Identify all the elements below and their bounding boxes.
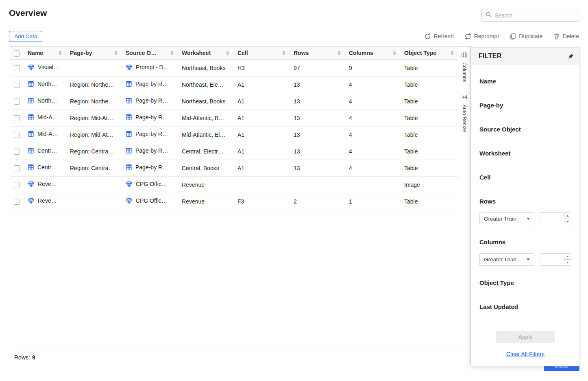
rows-value-input[interactable] bbox=[540, 213, 564, 225]
column-header-cell[interactable]: Cell bbox=[233, 47, 290, 59]
sort-icon[interactable] bbox=[451, 50, 454, 55]
table-row[interactable]: Reve… CPG Offic… Revenue Image bbox=[10, 176, 458, 193]
spin-up-icon[interactable] bbox=[564, 213, 571, 219]
table-row[interactable]: North… Region: Northe… Page-by R… Northe… bbox=[10, 93, 458, 109]
apply-button[interactable]: Apply bbox=[496, 331, 555, 343]
row-columns: 4 bbox=[349, 131, 352, 138]
duplicate-icon bbox=[510, 33, 516, 39]
dataset-icon bbox=[126, 81, 132, 87]
search-input[interactable] bbox=[494, 12, 575, 19]
filter-field-object-type[interactable]: Object Type bbox=[479, 279, 571, 286]
filter-field-cell[interactable]: Cell bbox=[479, 174, 571, 181]
visualization-icon bbox=[28, 181, 35, 188]
table-row[interactable]: Reve… CPG Offic… Revenue F3 2 1 Table bbox=[10, 193, 458, 210]
row-columns: 4 bbox=[349, 165, 352, 171]
dataset-icon bbox=[28, 114, 34, 120]
row-worksheet: Mid-Atlantic, B… bbox=[182, 115, 224, 121]
dataset-icon bbox=[126, 97, 132, 104]
spin-up-icon[interactable] bbox=[564, 254, 571, 260]
column-header-worksheet[interactable]: Worksheet bbox=[178, 47, 233, 59]
select-all-checkbox[interactable] bbox=[14, 50, 20, 57]
filter-field-name[interactable]: Name bbox=[479, 78, 571, 85]
search-box[interactable] bbox=[481, 9, 579, 22]
filter-field-columns[interactable]: Columns bbox=[479, 239, 571, 245]
auto-resize-button[interactable]: Auto Resize bbox=[462, 94, 467, 132]
sort-icon[interactable] bbox=[338, 50, 341, 55]
filter-field-last-updated[interactable]: Last Updated bbox=[479, 303, 571, 310]
row-rows: 97 bbox=[294, 65, 300, 71]
row-checkbox[interactable] bbox=[14, 132, 20, 138]
column-header-name[interactable]: Name bbox=[24, 47, 66, 59]
row-checkbox[interactable] bbox=[14, 165, 20, 171]
spin-down-icon[interactable] bbox=[564, 260, 571, 265]
row-cell: A1 bbox=[237, 98, 244, 105]
row-source-object: Prompt - D… bbox=[136, 64, 169, 70]
row-checkbox[interactable] bbox=[14, 149, 20, 155]
row-worksheet: Northeast, Books bbox=[182, 98, 225, 105]
row-checkbox[interactable] bbox=[14, 82, 20, 88]
delete-button[interactable]: Delete bbox=[553, 33, 579, 39]
table-row[interactable]: Mid-A… Region: Mid-At… Page-by R… Mid-At… bbox=[10, 126, 458, 143]
row-checkbox[interactable] bbox=[14, 65, 20, 71]
table-row[interactable]: Visual… Prompt - D… Northeast, Books H3 … bbox=[10, 59, 458, 76]
chevron-down-icon bbox=[527, 258, 530, 261]
chevron-down-icon bbox=[527, 218, 530, 220]
row-object-type: Table bbox=[404, 148, 418, 155]
sort-icon[interactable] bbox=[282, 50, 285, 55]
filter-field-pageby[interactable]: Page-by bbox=[479, 102, 571, 109]
visualization-icon bbox=[126, 197, 133, 204]
dataset-icon bbox=[28, 147, 34, 154]
column-header-rows[interactable]: Rows bbox=[290, 47, 345, 59]
rows-operator-select[interactable]: Greater Than bbox=[479, 212, 534, 225]
filter-field-rows[interactable]: Rows bbox=[479, 198, 571, 205]
pin-icon[interactable] bbox=[568, 53, 574, 59]
duplicate-button[interactable]: Duplicate bbox=[510, 33, 542, 39]
row-cell: A1 bbox=[237, 131, 244, 138]
row-object-type: Table bbox=[404, 115, 418, 121]
rows-operator-value: Greater Than bbox=[484, 216, 516, 222]
row-source-object: Page-by R… bbox=[135, 164, 168, 171]
row-worksheet: Central, Books bbox=[182, 165, 219, 171]
dataset-icon bbox=[28, 97, 34, 104]
sort-icon[interactable] bbox=[114, 50, 118, 55]
columns-operator-select[interactable]: Greater Than bbox=[479, 253, 534, 266]
sort-icon[interactable] bbox=[226, 50, 229, 55]
table-row[interactable]: Centr… Region: Centra… Page-by R… Centra… bbox=[10, 143, 458, 160]
refresh-button[interactable]: Refresh bbox=[424, 33, 454, 40]
column-header-source-object[interactable]: Source O… bbox=[122, 47, 178, 59]
dataset-icon bbox=[126, 131, 132, 137]
row-cell: A1 bbox=[237, 148, 244, 155]
visualization-icon bbox=[28, 64, 35, 71]
filter-field-worksheet[interactable]: Worksheet bbox=[479, 150, 571, 157]
reprompt-button[interactable]: Reprompt bbox=[464, 33, 499, 40]
table-row[interactable]: Mid-A… Region: Mid-At… Page-by R… Mid-At… bbox=[10, 109, 458, 126]
row-source-object: Page-by R… bbox=[135, 81, 168, 87]
add-data-button[interactable]: Add Data bbox=[9, 31, 42, 42]
row-rows: 13 bbox=[294, 148, 300, 155]
row-checkbox[interactable] bbox=[14, 182, 20, 188]
filter-title: FILTER bbox=[479, 53, 502, 60]
column-header-columns[interactable]: Columns bbox=[345, 47, 400, 59]
columns-value-stepper bbox=[540, 253, 571, 266]
row-checkbox[interactable] bbox=[14, 99, 20, 105]
row-checkbox[interactable] bbox=[14, 115, 20, 121]
row-name: Centr… bbox=[37, 164, 57, 171]
row-checkbox[interactable] bbox=[14, 199, 20, 205]
row-rows: 13 bbox=[294, 81, 300, 88]
clear-all-filters-link[interactable]: Clear All Filters bbox=[479, 351, 571, 357]
table-row[interactable]: North… Region: Northe… Page-by R… Northe… bbox=[10, 76, 458, 93]
filter-field-source-object[interactable]: Source Object bbox=[479, 126, 571, 133]
dataset-icon bbox=[126, 164, 132, 171]
column-header-pageby[interactable]: Page-by bbox=[66, 47, 122, 59]
table-row[interactable]: Centr… Region: Centra… Page-by R… Centra… bbox=[10, 160, 458, 176]
sort-icon[interactable] bbox=[170, 50, 174, 55]
filter-panel: FILTER Name Page-by Source Object Worksh… bbox=[471, 47, 580, 366]
spin-down-icon[interactable] bbox=[564, 219, 571, 225]
sort-icon[interactable] bbox=[393, 50, 396, 55]
columns-chooser-button[interactable]: Columns bbox=[462, 52, 467, 82]
reprompt-icon bbox=[464, 33, 471, 40]
column-header-object-type[interactable]: Object Type bbox=[400, 47, 458, 59]
columns-value-input[interactable] bbox=[540, 254, 564, 265]
auto-resize-strip-label: Auto Resize bbox=[462, 105, 467, 132]
sort-icon[interactable] bbox=[59, 50, 62, 55]
